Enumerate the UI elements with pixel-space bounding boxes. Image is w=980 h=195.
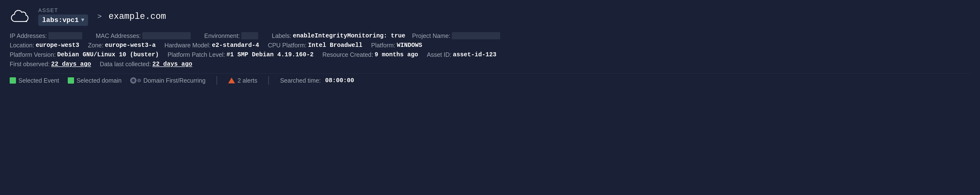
asset-id-value: asset-id-123 bbox=[453, 51, 496, 58]
circle-outer bbox=[130, 77, 137, 84]
info-row-1: IP Addresses: MAC Addresses: Environment… bbox=[10, 32, 970, 40]
legend-domain-fr: Domain First/Recurring bbox=[130, 77, 205, 84]
searched-time-label: Searched time: bbox=[280, 77, 321, 84]
labels-label: Labels: bbox=[272, 32, 291, 40]
created-label: Resource Created: bbox=[322, 51, 373, 58]
location-label: Location: bbox=[10, 42, 34, 49]
env-value bbox=[241, 32, 258, 40]
platform-value: WINDOWS bbox=[397, 42, 422, 49]
data-collected-value[interactable]: 22 days ago bbox=[153, 61, 192, 68]
legend-alerts: 2 alerts bbox=[228, 77, 257, 84]
project-label: Project Name: bbox=[412, 32, 450, 40]
header-row: ASSET labs:vpc1 ▼ > example.com bbox=[10, 7, 970, 26]
env-label: Environment: bbox=[204, 32, 240, 40]
info-row-4: First observed: 22 days ago Data last co… bbox=[10, 61, 970, 68]
selected-event-icon bbox=[10, 77, 16, 84]
circle-inner bbox=[132, 79, 135, 82]
dot-icon bbox=[137, 79, 141, 82]
asset-dropdown-text: labs:vpc1 bbox=[42, 16, 79, 24]
platform-label: Platform: bbox=[371, 42, 395, 49]
legend-searched-time: Searched time: 08:00:00 bbox=[280, 77, 354, 84]
zone-label: Zone: bbox=[88, 42, 103, 49]
alerts-text: 2 alerts bbox=[237, 77, 257, 84]
created-value: 9 months ago bbox=[375, 51, 418, 58]
cpu-value: Intel Broadwell bbox=[308, 42, 363, 49]
domain-fr-icon bbox=[130, 77, 141, 84]
legend-selected-event: Selected Event bbox=[10, 77, 59, 84]
legend-row: Selected Event Selected domain Domain Fi… bbox=[10, 73, 970, 85]
info-rows: IP Addresses: MAC Addresses: Environment… bbox=[10, 32, 970, 68]
first-observed-label: First observed: bbox=[10, 61, 49, 68]
first-observed-value[interactable]: 22 days ago bbox=[51, 61, 91, 68]
selected-domain-label: Selected domain bbox=[76, 77, 121, 84]
alert-triangle-icon bbox=[228, 78, 235, 83]
zone-value: europe-west3-a bbox=[105, 42, 156, 49]
searched-time-value: 08:00:00 bbox=[325, 77, 354, 84]
legend-divider-2 bbox=[268, 76, 269, 85]
platform-ver-label: Platform Version: bbox=[10, 51, 56, 58]
asset-dropdown[interactable]: labs:vpc1 ▼ bbox=[38, 14, 88, 26]
chevron-down-icon: ▼ bbox=[81, 17, 84, 23]
legend-selected-domain: Selected domain bbox=[68, 77, 121, 84]
info-row-3: Platform Version: Debian GNU/Linux 10 (b… bbox=[10, 51, 970, 58]
main-container: ASSET labs:vpc1 ▼ > example.com IP Addre… bbox=[0, 0, 980, 195]
domain-fr-label: Domain First/Recurring bbox=[143, 77, 205, 84]
asset-id-label: Asset ID: bbox=[427, 51, 451, 58]
ip-value bbox=[48, 32, 82, 40]
cloud-icon bbox=[10, 8, 32, 25]
platform-ver-value: Debian GNU/Linux 10 (buster) bbox=[57, 51, 159, 58]
patch-value: #1 SMP Debian 4.19.160-2 bbox=[226, 51, 313, 58]
breadcrumb-arrow: > bbox=[97, 13, 102, 21]
legend-divider bbox=[216, 76, 217, 85]
cpu-label: CPU Platform: bbox=[268, 42, 307, 49]
data-collected-label: Data last collected: bbox=[100, 61, 151, 68]
info-row-2: Location: europe-west3 Zone: europe-west… bbox=[10, 42, 970, 49]
ip-label: IP Addresses: bbox=[10, 32, 47, 40]
patch-label: Platform Patch Level: bbox=[167, 51, 225, 58]
domain-name: example.com bbox=[108, 12, 166, 22]
selected-domain-icon bbox=[68, 77, 74, 84]
location-value: europe-west3 bbox=[35, 42, 79, 49]
mac-label: MAC Addresses: bbox=[96, 32, 141, 40]
asset-section: ASSET labs:vpc1 ▼ bbox=[38, 7, 88, 26]
selected-event-label: Selected Event bbox=[18, 77, 59, 84]
labels-value: enableIntegrityMonitoring: true bbox=[293, 32, 405, 40]
hardware-value: e2-standard-4 bbox=[212, 42, 259, 49]
project-value bbox=[452, 32, 500, 40]
mac-value bbox=[142, 32, 191, 40]
asset-label: ASSET bbox=[38, 7, 88, 14]
hardware-label: Hardware Model: bbox=[164, 42, 210, 49]
